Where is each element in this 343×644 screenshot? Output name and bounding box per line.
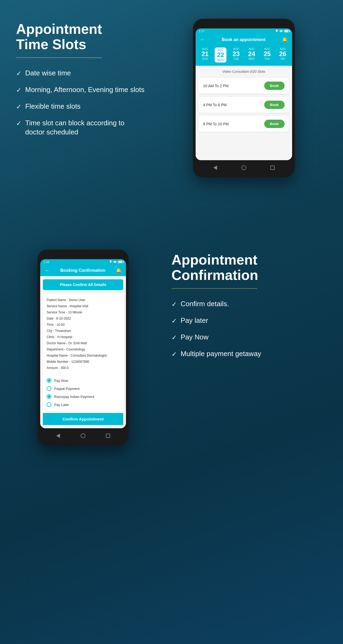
- detail-5: City - Trivandrum: [47, 328, 120, 333]
- nav-recent-btn-bottom[interactable]: [105, 433, 111, 438]
- confirm-appointment-btn[interactable]: Confirm Appointment: [43, 413, 123, 425]
- nav-recent-icon-bottom: [106, 434, 110, 438]
- detail-0: Patient Name - Demo User: [47, 298, 120, 302]
- top-title: Appointment Time Slots: [16, 21, 145, 52]
- bottom-section: 1:19 ← Booking Confirmation 🔔 Please Con…: [0, 241, 343, 483]
- bell-icon-top[interactable]: 🔔: [282, 37, 288, 43]
- cal-day-0[interactable]: AUG 21 SUN: [199, 47, 211, 63]
- app-header-title-top: Book an appointment: [205, 37, 282, 42]
- nav-home-btn-bottom[interactable]: [80, 433, 86, 438]
- bottom-check-3: ✓: [172, 333, 177, 342]
- radio-paypal[interactable]: [47, 386, 51, 391]
- detail-3: Date - 6-10-2022: [47, 316, 120, 321]
- detail-7: Doctor Name - Dr. Emil Matt: [47, 341, 120, 346]
- title-line2: Time Slots: [16, 36, 86, 52]
- feature-text-2: Morning, Afternoon, Evening time slots: [25, 85, 144, 94]
- bottom-feature-list: ✓ Confirm details. ✓ Pay later ✓ Pay Now…: [172, 299, 327, 358]
- cal-day-3[interactable]: AUG 24 WED: [246, 47, 258, 63]
- detail-9: Hospital Name - Consultant Dermatologist: [47, 353, 120, 358]
- status-bar-top: 1:17: [196, 28, 292, 34]
- slots-container: Video Consultant 0/20 Slots 10 AM To 2 P…: [196, 66, 292, 160]
- nav-back-btn-top[interactable]: [212, 165, 218, 170]
- bottom-feature-text-1: Confirm details.: [181, 299, 229, 309]
- feature-item-2: ✓ Morning, Afternoon, Evening time slots: [16, 85, 145, 94]
- bottom-right-text: Appointment Confirmation ✓ Confirm detai…: [155, 247, 332, 371]
- bottom-feature-text-3: Pay Now: [181, 333, 208, 342]
- book-btn-0[interactable]: Book: [264, 82, 285, 90]
- nav-back-btn-bottom[interactable]: [55, 433, 61, 438]
- nav-back-icon-bottom: [56, 434, 60, 438]
- bottom-feature-2: ✓ Pay later: [172, 316, 327, 325]
- payment-opt-2[interactable]: Razorpay Indian Payment: [47, 394, 120, 399]
- top-left-text: Appointment Time Slots ✓ Date wise time …: [11, 16, 155, 149]
- cal-day-2[interactable]: AUG 23 TUE: [230, 47, 242, 63]
- phone-nav-bar-top: [196, 162, 292, 174]
- radio-pay-later[interactable]: [47, 402, 51, 407]
- check-icon-3: ✓: [16, 103, 21, 111]
- bottom-title-line1: Appointment: [172, 252, 258, 268]
- calendar-row-top: AUG 21 SUN AUG 22 MON AUG 23 TUE: [196, 45, 292, 66]
- cal-day-5[interactable]: AUG 26 FRI: [277, 47, 289, 63]
- nav-recent-btn-top[interactable]: [270, 165, 275, 170]
- detail-2: Service Time - 10 Minute: [47, 310, 120, 315]
- check-icon-1: ✓: [16, 69, 21, 78]
- bottom-check-2: ✓: [172, 317, 177, 325]
- cal-day-4[interactable]: AUG 25 THU: [261, 47, 273, 63]
- feature-item-3: ✓ Flexible time slots: [16, 102, 145, 111]
- book-btn-1[interactable]: Book: [264, 101, 285, 109]
- paypal-label: Paypal Payment: [54, 387, 80, 391]
- confirm-header-title: Booking Confirmation: [50, 268, 116, 273]
- bell-icon-bottom[interactable]: 🔔: [116, 268, 122, 273]
- feature-text-4: Time slot can block according to doctor …: [25, 119, 145, 137]
- status-time-top: 1:17: [199, 30, 204, 33]
- status-icons-top: [275, 30, 289, 33]
- nav-home-icon-bottom: [81, 433, 85, 438]
- nav-home-icon-top: [241, 165, 246, 170]
- detail-8: Department - Cosmetology: [47, 347, 120, 352]
- payment-opt-3[interactable]: Pay Later: [47, 402, 120, 407]
- pay-now-label: Pay Now: [54, 379, 68, 383]
- title-line1: Appointment: [16, 21, 102, 37]
- book-btn-2[interactable]: Book: [264, 120, 285, 128]
- pay-later-label: Pay Later: [54, 403, 69, 407]
- time-slot-2: 8 PM To 10 PM Book: [199, 116, 289, 132]
- confirm-details-box: Patient Name - Demo User Service Name - …: [43, 294, 123, 375]
- time-slot-1: 4 PM To 6 PM Book: [199, 97, 289, 113]
- payment-opt-0[interactable]: Pay Now: [47, 378, 120, 383]
- phone-screen-bottom: 1:19 ← Booking Confirmation 🔔 Please Con…: [40, 259, 126, 428]
- nav-home-btn-top[interactable]: [241, 165, 247, 170]
- feature-text-1: Date wise time: [25, 69, 71, 78]
- confirm-header: ← Booking Confirmation 🔔: [40, 265, 126, 276]
- bottom-title: Appointment Confirmation: [172, 252, 327, 283]
- radio-pay-now[interactable]: [47, 378, 51, 383]
- cal-day-1[interactable]: AUG 22 MON: [215, 47, 226, 63]
- check-icon-2: ✓: [16, 86, 21, 94]
- phone-device-bottom: 1:19 ← Booking Confirmation 🔔 Please Con…: [38, 250, 129, 445]
- please-confirm-btn[interactable]: Please Confirm All Details: [43, 279, 123, 290]
- feature-item-4: ✓ Time slot can block according to docto…: [16, 119, 145, 137]
- phone-device-top: 1:17 ← Book an appointment 🔔: [193, 19, 295, 177]
- detail-1: Service Name - Hospital Visit: [47, 304, 120, 309]
- status-bar-bottom: 1:19: [40, 259, 126, 265]
- slots-header-text: Video Consultant 0/20 Slots: [199, 69, 289, 74]
- payment-opt-1[interactable]: Paypal Payment: [47, 386, 120, 391]
- bottom-feature-4: ✓ Multiple payment getaway: [172, 349, 327, 358]
- slots-empty: [199, 135, 289, 156]
- top-section: Appointment Time Slots ✓ Date wise time …: [0, 0, 343, 241]
- status-icons-bottom: [109, 260, 123, 264]
- radio-razorpay[interactable]: [47, 394, 51, 399]
- phone-screen-top: 1:17 ← Book an appointment 🔔: [196, 28, 292, 160]
- back-arrow-top[interactable]: ←: [200, 36, 205, 43]
- app-header-top: ← Book an appointment 🔔: [196, 34, 292, 45]
- bottom-feature-3: ✓ Pay Now: [172, 333, 327, 342]
- bottom-feature-text-4: Multiple payment getaway: [181, 349, 261, 358]
- bottom-left-phone: 1:19 ← Booking Confirmation 🔔 Please Con…: [11, 247, 155, 445]
- detail-6: Clinic - H Hospital: [47, 335, 120, 339]
- top-divider: [16, 57, 102, 58]
- phone-notch-bottom: [67, 253, 99, 258]
- payment-options: Pay Now Paypal Payment Razorpay Indian P…: [43, 375, 123, 413]
- bottom-title-line2: Confirmation: [172, 267, 258, 283]
- back-arrow-bottom[interactable]: ←: [44, 267, 50, 273]
- wifi-icon-top: [279, 30, 283, 32]
- time-slot-label-0: 10 AM To 2 PM: [203, 84, 229, 88]
